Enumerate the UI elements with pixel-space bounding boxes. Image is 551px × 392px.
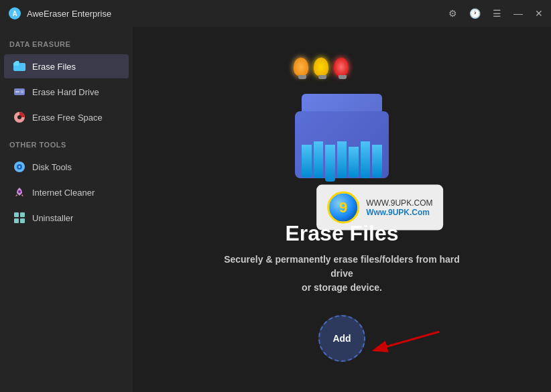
sidebar-item-erase-free-space[interactable]: Erase Free Space (4, 105, 129, 129)
grid-icon (13, 212, 25, 224)
pie-icon (13, 111, 25, 123)
light-base-2 (318, 75, 326, 79)
title-bar-right: ⚙ 🕐 ☰ — ✕ (448, 8, 543, 19)
main-layout: DATA ERASURE Erase Files Erase Hard Driv… (0, 27, 551, 392)
strip-4 (337, 141, 347, 178)
light-yellow (314, 58, 328, 76)
light-base-3 (339, 75, 347, 79)
svg-point-6 (21, 90, 24, 94)
add-button-container: Add (318, 315, 365, 362)
svg-marker-4 (13, 61, 19, 63)
shredder-illustration (275, 58, 409, 205)
folder-icon (13, 60, 25, 72)
main-title: Erase Files (286, 221, 399, 246)
svg-rect-15 (20, 212, 25, 217)
strip-3 (325, 145, 335, 182)
shredder-body (295, 111, 389, 178)
arrow-container (365, 328, 446, 355)
history-button[interactable]: 🕐 (469, 8, 481, 19)
content-area: WWW.9UPK.COM Www.9UPK.Com Erase Files Se… (133, 27, 551, 392)
app-title: AweEraser Enterprise (27, 9, 111, 19)
subtitle-part1: Securely & permanently erase files/folde… (224, 254, 436, 265)
sidebar-item-erase-hard-drive[interactable]: Erase Hard Drive (4, 80, 129, 104)
shredder-top (302, 94, 382, 113)
menu-button[interactable]: ☰ (493, 8, 501, 19)
svg-point-13 (18, 190, 21, 193)
strip-5 (349, 147, 359, 178)
sidebar-item-uninstaller[interactable]: Uninstaller (4, 206, 129, 230)
svg-rect-16 (14, 218, 19, 223)
sidebar-item-label-erase-files: Erase Files (32, 62, 76, 72)
rocket-icon (13, 186, 25, 198)
sidebar-item-label-erase-hard-drive: Erase Hard Drive (32, 87, 99, 97)
sidebar: DATA ERASURE Erase Files Erase Hard Driv… (0, 27, 133, 392)
section-label-other-tools: OTHER TOOLS (0, 141, 133, 154)
section-label-data-erasure: DATA ERASURE (0, 40, 133, 54)
strip-1 (302, 145, 312, 178)
main-subtitle: Securely & permanently erase files/folde… (221, 253, 463, 295)
svg-rect-17 (20, 218, 25, 223)
svg-rect-14 (14, 212, 19, 217)
strip-7 (372, 145, 382, 178)
minimize-button[interactable]: — (513, 8, 523, 19)
strip-6 (361, 141, 371, 178)
sidebar-item-label-erase-free-space: Erase Free Space (32, 113, 103, 123)
subtitle-part2: or storage device. (302, 282, 382, 293)
hdd-icon (13, 86, 25, 98)
title-bar-left: A AweEraser Enterprise (8, 7, 111, 20)
watermark-text-bot: Www.9UPK.Com (366, 207, 432, 216)
sidebar-item-disk-tools[interactable]: Disk Tools (4, 155, 129, 179)
light-base-1 (298, 75, 306, 79)
svg-point-9 (17, 115, 21, 119)
strip-2 (314, 141, 324, 178)
disk-icon (13, 161, 25, 173)
sidebar-item-internet-cleaner[interactable]: Internet Cleaner (4, 180, 129, 204)
title-bar: A AweEraser Enterprise ⚙ 🕐 ☰ — ✕ (0, 0, 551, 27)
svg-rect-3 (13, 63, 19, 66)
svg-point-12 (19, 166, 21, 168)
light-orange (294, 58, 308, 76)
sidebar-item-label-disk-tools: Disk Tools (32, 162, 72, 172)
svg-text:A: A (12, 10, 17, 17)
strips-container (298, 141, 385, 178)
app-icon: A (8, 7, 21, 20)
arrow-icon (365, 328, 446, 355)
add-button[interactable]: Add (318, 315, 365, 362)
sidebar-item-erase-files[interactable]: Erase Files (4, 54, 129, 78)
svg-line-19 (375, 332, 439, 350)
sidebar-divider (0, 130, 133, 138)
sidebar-item-label-uninstaller: Uninstaller (32, 213, 73, 223)
light-red (334, 58, 349, 76)
close-button[interactable]: ✕ (535, 8, 543, 19)
sidebar-item-label-internet-cleaner: Internet Cleaner (32, 188, 95, 198)
svg-rect-7 (15, 91, 19, 92)
settings-button[interactable]: ⚙ (448, 8, 457, 19)
